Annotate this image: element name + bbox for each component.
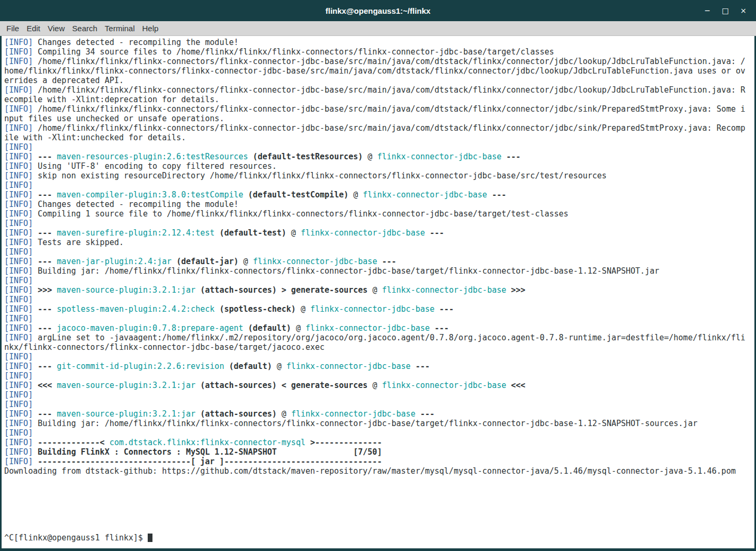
terminal-line: [INFO] argLine set to -javaagent:/home/f…: [4, 333, 746, 352]
terminal-line: [INFO]: [4, 295, 746, 304]
terminal-line: [INFO] Compiling 34 source files to /hom…: [4, 47, 746, 57]
terminal-line: [INFO] /home/flinkx/flinkx/flinkx-connec…: [4, 57, 746, 85]
terminal-line: [4, 495, 746, 504]
menu-item-search[interactable]: Search: [68, 21, 101, 35]
terminal-line: [INFO]: [4, 352, 746, 362]
terminal-line: [INFO] skip non existing resourceDirecto…: [4, 171, 746, 180]
terminal-line: [INFO] --------------------------------[…: [4, 457, 746, 466]
terminal-line: [INFO] Building jar: /home/flinkx/flinkx…: [4, 419, 746, 428]
terminal-output: [INFO] Changes detected - recompiling th…: [4, 38, 754, 533]
prompt-text: ^C[flinkx@opengauss1 flinkx]$: [4, 533, 148, 543]
minimize-button[interactable]: ─: [702, 5, 713, 16]
terminal-line: [4, 476, 746, 485]
terminal-line: [INFO]: [4, 314, 746, 323]
terminal-line: [INFO] Using 'UTF-8' encoding to copy fi…: [4, 161, 746, 171]
terminal-line: [INFO] --- git-commit-id-plugin:2.2.6:re…: [4, 362, 746, 371]
terminal-line: [INFO] >>> maven-source-plugin:3.2.1:jar…: [4, 285, 746, 295]
close-icon: ×: [740, 6, 746, 15]
minimize-icon: ─: [705, 6, 709, 15]
terminal-line: [INFO]: [4, 180, 746, 190]
maximize-icon: □: [722, 6, 728, 15]
terminal-line: [INFO] /home/flinkx/flinkx/flinkx-connec…: [4, 123, 746, 142]
terminal-line: [INFO] <<< maven-source-plugin:3.2.1:jar…: [4, 381, 746, 390]
menu-item-help[interactable]: Help: [139, 21, 163, 35]
window-controls: ─ □ ×: [702, 0, 749, 21]
terminal-line: [INFO]: [4, 276, 746, 285]
terminal-line: [INFO] Compiling 1 source file to /home/…: [4, 209, 746, 219]
terminal-line: [INFO] --- maven-source-plugin:3.2.1:jar…: [4, 409, 746, 419]
terminal-line: [INFO] --- maven-surefire-plugin:2.12.4:…: [4, 228, 746, 238]
terminal-line: [INFO] Changes detected - recompiling th…: [4, 38, 746, 47]
terminal-window: flinkx@opengauss1:~/flinkx ─ □ × FileEdi…: [0, 0, 756, 551]
terminal-line: [INFO] --- maven-jar-plugin:2.4:jar (def…: [4, 257, 746, 266]
terminal-line: [INFO] --- maven-compiler-plugin:3.8.0:t…: [4, 190, 746, 200]
menu-item-file[interactable]: File: [3, 21, 23, 35]
terminal-line: [INFO]: [4, 428, 746, 438]
terminal-line: [4, 514, 746, 523]
terminal-line: [4, 504, 746, 514]
title-bar: flinkx@opengauss1:~/flinkx ─ □ ×: [0, 0, 756, 21]
terminal-line: [INFO] --- spotless-maven-plugin:2.4.2:c…: [4, 304, 746, 314]
terminal-cursor: [148, 534, 152, 542]
terminal-screen[interactable]: [INFO] Changes detected - recompiling th…: [0, 36, 756, 551]
menu-item-terminal[interactable]: Terminal: [101, 21, 139, 35]
terminal-line: [INFO] Building jar: /home/flinkx/flinkx…: [4, 266, 746, 276]
terminal-line: [INFO]: [4, 390, 746, 400]
terminal-line: [INFO]: [4, 400, 746, 409]
terminal-line: [INFO] --- maven-resources-plugin:2.6:te…: [4, 152, 746, 161]
terminal-line: [INFO]: [4, 219, 746, 228]
terminal-line: [INFO] /home/flinkx/flinkx/flinkx-connec…: [4, 85, 746, 104]
terminal-line: [INFO] Tests are skipped.: [4, 238, 746, 247]
terminal-line: [INFO] -------------< com.dtstack.flinkx…: [4, 438, 746, 447]
terminal-line: [INFO]: [4, 371, 746, 381]
terminal-line: [INFO] --- jacoco-maven-plugin:0.7.8:pre…: [4, 323, 746, 333]
menu-item-view[interactable]: View: [44, 21, 68, 35]
prompt-line: ^C[flinkx@opengauss1 flinkx]$: [4, 533, 746, 543]
terminal-line: [4, 485, 746, 495]
menu-bar: FileEditViewSearchTerminalHelp: [0, 21, 756, 36]
terminal-line: [INFO] Building FlinkX : Connectors : My…: [4, 447, 746, 457]
close-button[interactable]: ×: [738, 5, 749, 16]
terminal-line: [INFO]: [4, 142, 746, 152]
terminal-line: Downloading from dtstack-github: https:/…: [4, 466, 746, 476]
menu-item-edit[interactable]: Edit: [23, 21, 44, 35]
terminal-line: [INFO]: [4, 247, 746, 257]
terminal-line: [4, 523, 746, 533]
terminal-line: [INFO] /home/flinkx/flinkx/flinkx-connec…: [4, 104, 746, 123]
maximize-button[interactable]: □: [720, 5, 731, 16]
window-title: flinkx@opengauss1:~/flinkx: [326, 6, 430, 15]
terminal-line: [INFO] Changes detected - recompiling th…: [4, 200, 746, 209]
